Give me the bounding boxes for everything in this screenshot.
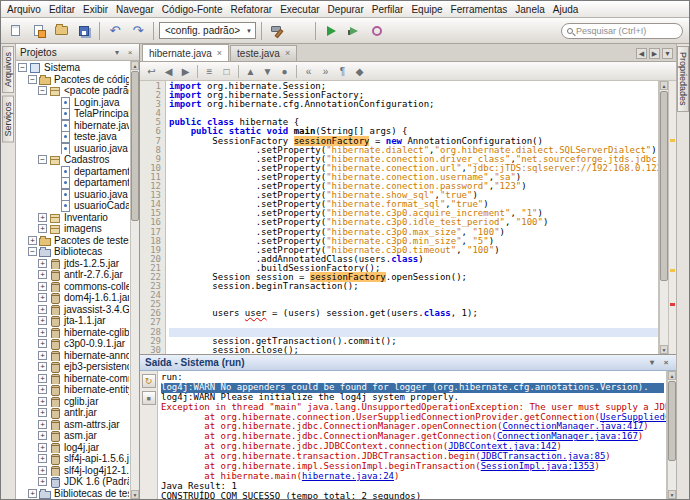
output-scrollbar[interactable]: ▲ ▼ <box>666 371 676 499</box>
scroll-down-icon[interactable]: ▼ <box>668 490 676 499</box>
tree-node[interactable]: +asm.jar <box>16 430 129 442</box>
search-box[interactable] <box>561 23 683 39</box>
menu-item-editar[interactable]: Editar <box>45 3 79 16</box>
expand-handle[interactable]: + <box>38 385 47 394</box>
build-button[interactable] <box>267 21 287 41</box>
stack-trace-link[interactable]: ConnectionManager.java:417 <box>502 421 643 431</box>
code-editor[interactable]: import org.hibernate.Session;import org.… <box>166 81 658 354</box>
expand-handle[interactable]: − <box>28 247 37 256</box>
scroll-up-icon[interactable]: ▲ <box>668 371 676 380</box>
debug-button[interactable] <box>344 21 364 41</box>
menu-item-exibir[interactable]: Exibir <box>79 3 112 16</box>
clean-build-button[interactable] <box>290 21 310 41</box>
expand-handle[interactable]: + <box>38 224 47 233</box>
scroll-tabs-left-icon[interactable]: ◀ <box>636 48 647 59</box>
expand-handle[interactable]: − <box>28 75 37 84</box>
tree-node[interactable]: +jtds-1.2.5.jar <box>16 258 129 270</box>
tree-node[interactable]: +slf4j-api-1.5.6.jar <box>16 453 129 465</box>
expand-handle[interactable]: + <box>28 236 37 245</box>
tree-node[interactable]: +antlr-2.7.6.jar <box>16 269 129 281</box>
config-select[interactable]: <config. padrão>▼ <box>159 22 256 39</box>
stack-trace-link[interactable]: ConnectionManager.java:167 <box>497 431 638 441</box>
comment-icon[interactable]: ¶ <box>335 64 350 79</box>
menu-item-janela[interactable]: Janela <box>511 3 548 16</box>
profile-button[interactable] <box>367 21 387 41</box>
tree-node[interactable]: usuario.java <box>16 189 129 201</box>
tree-node[interactable]: −Cadastros <box>16 154 129 166</box>
scroll-up-icon[interactable]: ▲ <box>660 81 668 90</box>
expand-handle[interactable]: + <box>38 282 47 291</box>
menu-item-ajuda[interactable]: Ajuda <box>549 3 583 16</box>
next-bookmark-icon[interactable]: ▼ <box>260 64 275 79</box>
toggle-highlight-icon[interactable]: □ <box>219 64 234 79</box>
previous-bookmark-icon[interactable]: ▲ <box>243 64 258 79</box>
close-panel-icon[interactable]: × <box>661 358 671 367</box>
expand-handle[interactable]: + <box>38 351 47 360</box>
error-mark[interactable] <box>670 303 675 306</box>
rerun-button[interactable]: ↻ <box>142 374 156 388</box>
scroll-down-icon[interactable]: ▼ <box>660 345 668 354</box>
tree-node[interactable]: TelaPrincipal.java <box>16 108 129 120</box>
stack-trace-link[interactable]: SessionImpl.java:1353 <box>481 461 595 471</box>
tree-node[interactable]: +c3p0-0.9.1.jar <box>16 338 129 350</box>
output-console[interactable]: run:log4j:WARN No appenders could be fou… <box>158 371 666 499</box>
menu-item-navegar[interactable]: Navegar <box>112 3 158 16</box>
tree-node[interactable]: +JDK 1.6 (Padrão) <box>16 476 129 488</box>
tree-node[interactable]: +Pacotes de testes <box>16 235 129 247</box>
tree-node[interactable]: departamento.java <box>16 166 129 178</box>
code-line[interactable]: users user = (users) session.get(users.c… <box>169 309 658 318</box>
editor-tab-teste.java[interactable]: teste.java× <box>230 45 297 61</box>
open-project-button[interactable] <box>51 21 71 41</box>
tree-node[interactable]: +cglib.jar <box>16 396 129 408</box>
tree-node[interactable]: +hibernate-entitymanager.jar <box>16 384 129 396</box>
search-input[interactable] <box>576 26 677 36</box>
tree-scrollbar[interactable]: ▲ ▼ <box>130 61 139 499</box>
tree-node[interactable]: +log4j.jar <box>16 442 129 454</box>
expand-handle[interactable]: + <box>38 259 47 268</box>
editor-tab-hibernate.java[interactable]: hibernate.java× <box>142 44 229 61</box>
menu-item-código-fonte[interactable]: Código-Fonte <box>158 3 227 16</box>
occurrence-mark[interactable] <box>670 139 675 142</box>
expand-handle[interactable]: − <box>38 86 47 95</box>
tree-node[interactable]: Login.java <box>16 97 129 109</box>
menu-item-ferramentas[interactable]: Ferramentas <box>447 3 512 16</box>
minimize-panel-icon[interactable]: ▾ <box>647 358 657 367</box>
close-tab-icon[interactable]: × <box>217 49 222 58</box>
shift-left-icon[interactable]: « <box>301 64 316 79</box>
scroll-tabs-right-icon[interactable]: ▶ <box>649 48 660 59</box>
scroll-down-icon[interactable]: ▼ <box>131 490 139 499</box>
code-line[interactable] <box>169 291 658 300</box>
scrollbar-thumb[interactable] <box>660 91 668 281</box>
menu-item-depurar[interactable]: Depurar <box>324 3 368 16</box>
tree-node[interactable]: +antlr.jar <box>16 407 129 419</box>
expand-handle[interactable]: + <box>38 328 47 337</box>
tree-node[interactable]: teste.java <box>16 131 129 143</box>
last-edit-icon[interactable]: ↩ <box>144 64 159 79</box>
expand-handle[interactable]: + <box>28 489 37 498</box>
expand-handle[interactable]: + <box>38 374 47 383</box>
stack-trace-link[interactable]: UserSuppliedConnectionProvider.java:54 <box>600 412 666 422</box>
tree-node[interactable]: +hibernate-annotations.jar <box>16 350 129 362</box>
tree-node[interactable]: +hibernate-cglib-repack-2.1_3.jar <box>16 327 129 339</box>
run-button[interactable] <box>321 21 341 41</box>
tree-node[interactable]: −Pacotes de código-fonte <box>16 74 129 86</box>
tab-list-icon[interactable]: ▼ <box>662 48 673 59</box>
expand-handle[interactable]: + <box>38 420 47 429</box>
undo-button[interactable]: ↶ <box>105 21 125 41</box>
expand-handle[interactable]: + <box>38 293 47 302</box>
code-line[interactable]: session.beginTransaction(); <box>169 282 658 291</box>
tree-node[interactable]: +slf4j-log4j12-1.5.6.jar <box>16 465 129 477</box>
dock-tab-serviços[interactable]: Serviços <box>2 96 14 143</box>
tree-node[interactable]: +hibernate-commons-annotations.jar <box>16 373 129 385</box>
scrollbar-thumb[interactable] <box>668 381 676 461</box>
expand-handle[interactable]: + <box>38 454 47 463</box>
error-stripe[interactable] <box>668 81 676 354</box>
expand-handle[interactable]: − <box>38 155 47 164</box>
tree-node[interactable]: departamentoCadastros.java <box>16 177 129 189</box>
tree-node[interactable]: hibernate.java <box>16 120 129 132</box>
tree-node[interactable]: usuario.java <box>16 143 129 155</box>
code-line[interactable]: session.close(); <box>169 346 658 354</box>
new-file-button[interactable] <box>5 21 25 41</box>
stack-trace-link[interactable]: JDBCContext.java:142 <box>448 441 556 451</box>
expand-handle[interactable]: + <box>38 305 47 314</box>
